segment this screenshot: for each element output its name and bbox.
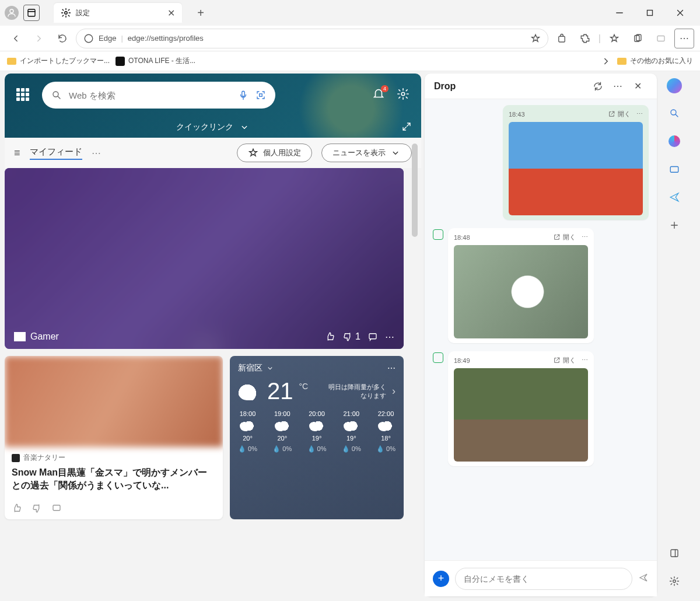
weather-card[interactable]: 新宿区⋯ 21 °C 明日は降雨量が多くなります › 18:0020°💧 0% … xyxy=(230,356,404,519)
like-icon[interactable] xyxy=(325,331,335,342)
address-bar[interactable]: Edge | edge://settings/profiles xyxy=(76,29,548,48)
tab-actions-icon[interactable] xyxy=(23,5,40,21)
app-launcher-icon[interactable] xyxy=(16,88,30,102)
msg-time: 18:49 xyxy=(454,357,470,364)
close-window-button[interactable] xyxy=(672,5,688,21)
news-card[interactable]: 音楽ナタリー Snow Man目黒蓮「金スマ」で明かすメンバーとの過去「関係がう… xyxy=(5,356,223,519)
notifications-button[interactable]: 4 xyxy=(372,88,385,103)
drop-send-button[interactable] xyxy=(638,572,649,585)
refresh-button[interactable] xyxy=(52,29,72,48)
drop-image[interactable] xyxy=(509,122,643,215)
search-box[interactable] xyxy=(42,82,275,109)
visual-search-icon[interactable] xyxy=(256,90,266,100)
weather-location: 新宿区 xyxy=(238,363,262,373)
show-news-dropdown[interactable]: ニュースを表示 xyxy=(321,144,412,162)
rail-outlook-icon[interactable] xyxy=(666,161,682,177)
forecast-hour: 18:0020°💧 0% xyxy=(238,410,257,453)
drop-sync-button[interactable] xyxy=(588,76,608,96)
msg-time: 18:48 xyxy=(454,234,470,241)
drop-message: 18:49開く⋯ xyxy=(433,351,649,466)
forward-button xyxy=(29,29,49,48)
drop-image[interactable] xyxy=(454,245,588,338)
rail-search-icon[interactable] xyxy=(666,105,682,121)
drop-more-button[interactable]: ⋯ xyxy=(608,76,628,96)
like-icon[interactable] xyxy=(12,503,22,513)
main-content: 4 クイックリンク ≡ マイフィード ⋯ 個人用設定 ニュースを表示 Gamer xyxy=(0,71,421,601)
favorites-icon[interactable] xyxy=(604,29,624,48)
weather-more-icon[interactable]: ⋯ xyxy=(387,364,396,373)
weather-temp: 21 xyxy=(267,378,293,404)
feed-more-icon[interactable]: ⋯ xyxy=(92,148,101,159)
minimize-button[interactable] xyxy=(611,5,628,21)
featured-card[interactable]: Gamer 1 ⋯ xyxy=(5,168,404,349)
rail-add-icon[interactable] xyxy=(666,217,682,233)
profile-avatar[interactable] xyxy=(5,6,19,20)
feed-title[interactable]: マイフィード xyxy=(30,146,82,160)
more-menu-button[interactable]: ⋯ xyxy=(674,29,694,48)
card-more-icon[interactable]: ⋯ xyxy=(385,331,394,343)
open-button[interactable]: 開く xyxy=(608,110,631,118)
titlebar: 設定 ✕ + xyxy=(0,0,700,26)
weather-note: 明日は降雨量が多くなります xyxy=(328,383,386,400)
new-tab-button[interactable]: + xyxy=(191,4,210,22)
svg-rect-25 xyxy=(671,550,678,557)
forecast-hour: 22:0018°💧 0% xyxy=(376,410,396,453)
bookmark-otona[interactable]: OTONA LIFE - 生活... xyxy=(116,56,195,66)
drop-memo-input[interactable] xyxy=(455,568,632,590)
drop-title: Drop xyxy=(434,81,456,92)
feed-menu-icon[interactable]: ≡ xyxy=(14,147,20,159)
bing-chat-icon[interactable] xyxy=(667,78,682,93)
rail-drop-icon[interactable] xyxy=(666,189,682,205)
dislike-count: 1 xyxy=(355,331,360,342)
drop-close-button[interactable]: ✕ xyxy=(628,76,648,96)
featured-source: Gamer xyxy=(30,331,59,342)
bookmark-imported[interactable]: インポートしたブックマー... xyxy=(7,56,110,66)
bookmark-others[interactable]: その他のお気に入り xyxy=(617,56,693,66)
device-icon xyxy=(433,352,443,363)
drop-image[interactable] xyxy=(454,368,588,462)
svg-rect-22 xyxy=(670,167,678,173)
dislike-icon[interactable] xyxy=(32,503,42,513)
tab-title: 設定 xyxy=(76,8,163,18)
back-button[interactable] xyxy=(6,29,26,48)
search-input[interactable] xyxy=(69,90,231,100)
drop-add-button[interactable]: + xyxy=(433,571,449,587)
quick-links-label[interactable]: クイックリンク xyxy=(176,122,233,132)
device-icon xyxy=(433,229,443,240)
personalize-button[interactable]: 個人用設定 xyxy=(237,144,312,162)
svg-rect-1 xyxy=(28,9,35,16)
open-button[interactable]: 開く xyxy=(553,233,576,242)
maximize-button[interactable] xyxy=(642,5,658,21)
news-thumbnail xyxy=(5,356,223,447)
svg-rect-16 xyxy=(260,94,262,97)
msg-more-icon[interactable]: ⋯ xyxy=(636,110,643,118)
forecast-hour: 20:0019°💧 0% xyxy=(307,410,327,453)
news-source: 音楽ナタリー xyxy=(23,453,65,463)
comment-icon[interactable] xyxy=(51,503,62,513)
chevron-down-icon[interactable] xyxy=(239,122,250,132)
page-settings-button[interactable] xyxy=(397,88,410,103)
msg-more-icon[interactable]: ⋯ xyxy=(582,357,588,364)
dislike-icon[interactable] xyxy=(342,331,353,342)
extensions-icon[interactable] xyxy=(575,29,595,48)
tab-close-button[interactable]: ✕ xyxy=(167,8,175,19)
rail-office-icon[interactable] xyxy=(666,133,682,149)
chevron-right-icon[interactable] xyxy=(601,56,611,67)
screenshot-icon[interactable] xyxy=(651,29,671,48)
weather-details-chevron[interactable]: › xyxy=(392,385,396,397)
shopping-icon[interactable] xyxy=(552,29,572,48)
browser-tab[interactable]: 設定 ✕ xyxy=(54,3,182,23)
drop-message: 18:43開く⋯ xyxy=(433,105,649,220)
open-button[interactable]: 開く xyxy=(553,356,576,365)
microphone-icon[interactable] xyxy=(238,90,249,100)
collections-icon[interactable] xyxy=(628,29,648,48)
rail-sidebar-toggle-icon[interactable] xyxy=(666,545,682,561)
expand-hero-button[interactable] xyxy=(401,121,412,134)
msg-more-icon[interactable]: ⋯ xyxy=(582,233,588,241)
favorite-star-icon[interactable] xyxy=(530,33,541,44)
cloud-icon xyxy=(238,383,261,400)
chevron-down-icon[interactable] xyxy=(266,364,274,372)
rail-settings-icon[interactable] xyxy=(666,573,682,589)
comment-icon[interactable] xyxy=(368,331,378,342)
scrollbar[interactable] xyxy=(412,144,418,237)
